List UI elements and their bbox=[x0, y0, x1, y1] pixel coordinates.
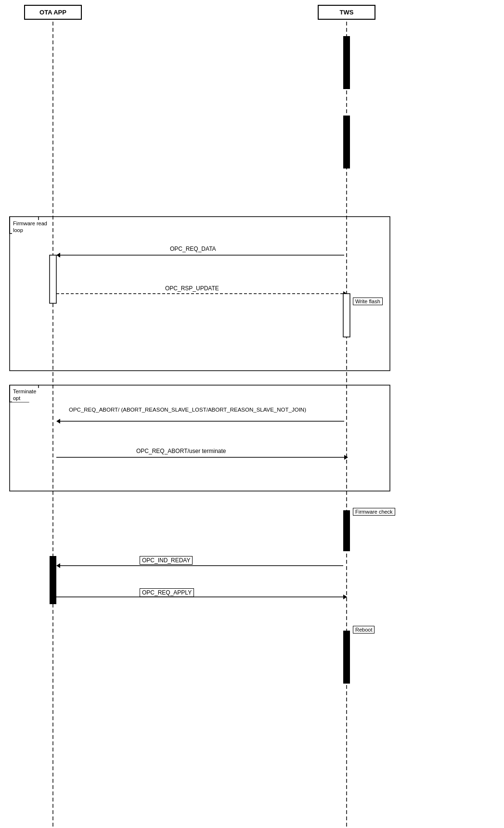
diagram-svg bbox=[0, 0, 504, 828]
opc-req-abort-slave-label: OPC_REQ_ABORT/ (ABORT_REASON_SLAVE_LOST/… bbox=[67, 407, 308, 413]
opc-ind-reday-label: OPC_IND_REDAY bbox=[140, 556, 193, 565]
opc-rsp-update-arrowhead bbox=[343, 291, 347, 296]
opc-req-abort-user-label: OPC_REQ_ABORT/user terminate bbox=[135, 448, 228, 454]
tws-solid-bar-1 bbox=[343, 36, 350, 89]
reboot-label: Reboot bbox=[353, 626, 375, 634]
opc-req-data-label: OPC_REQ_DATA bbox=[168, 246, 218, 252]
terminate-opt-box bbox=[10, 385, 390, 491]
opc-req-abort-user-arrowhead bbox=[344, 455, 348, 460]
tws-write-flash-box bbox=[343, 294, 350, 337]
tws-reboot-bar bbox=[343, 631, 350, 684]
ota-activation-box bbox=[50, 255, 56, 303]
opc-req-abort-slave-arrowhead bbox=[56, 419, 60, 424]
firmware-check-label: Firmware check bbox=[353, 508, 395, 516]
opc-ind-reday-arrowhead bbox=[56, 563, 60, 568]
firmware-read-loop-label: Firmware read loop bbox=[12, 220, 48, 234]
actor-ota-app: OTA APP bbox=[24, 5, 82, 20]
sequence-diagram: OTA APP TWS bbox=[0, 0, 504, 828]
tws-firmware-check-bar bbox=[343, 510, 350, 551]
firmware-read-loop-box bbox=[10, 217, 390, 371]
opc-req-apply-arrowhead bbox=[343, 595, 347, 599]
ota-solid-bar-1 bbox=[50, 556, 56, 604]
actor-tws: TWS bbox=[318, 5, 375, 20]
write-flash-label: Write flash bbox=[353, 298, 383, 305]
opc-req-data-arrowhead bbox=[56, 253, 60, 258]
tws-solid-bar-2 bbox=[343, 116, 350, 168]
opc-rsp-update-label: OPC_RSP_UPDATE bbox=[164, 285, 220, 292]
terminate-opt-label: Terminate opt bbox=[12, 388, 46, 402]
opc-req-apply-label: OPC_REQ_APPLY bbox=[140, 588, 194, 597]
